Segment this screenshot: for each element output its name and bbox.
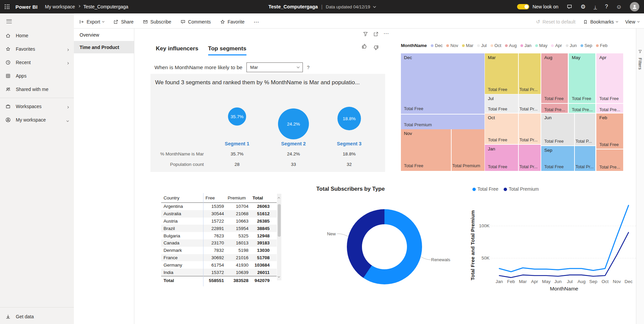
smiley-feedback-icon[interactable]: ☺ [616,4,622,10]
page-tab-time-and-product[interactable]: Time and Product [74,41,134,53]
treemap-cell-jul[interactable]: JulTotal FreeTotal Pr... [485,94,541,113]
feedback-icon[interactable] [566,4,572,10]
treemap-cell-nov[interactable]: NovTotal FreeTotal Premium [401,129,485,171]
cell-value: 5198 [225,248,249,253]
segment-name-1[interactable]: Segment 1 [217,141,257,146]
treemap-cell-feb[interactable]: FebTotal FreeTotal Pre... [596,113,623,171]
focus-mode-icon[interactable] [373,31,379,37]
view-button[interactable]: View [625,19,639,25]
more-options-button[interactable]: ⋯ [254,19,259,25]
cell-country: Austria [161,219,203,224]
table-row[interactable]: Australia305442106851612 [161,210,277,218]
legend-item-apr[interactable]: Apr [551,43,562,48]
bookmarks-button[interactable]: Bookmarks [583,19,618,25]
treemap-cell-dec[interactable]: DecTotal FreeTotal Premium [401,53,485,129]
table-row[interactable]: France306922101651708 [161,254,277,262]
column-header-free[interactable]: Free [203,195,225,200]
scrollbar-thumb[interactable] [278,204,281,237]
table-row[interactable]: Austria157221066326385 [161,218,277,225]
treemap-cell-jan[interactable]: JanTotal FreeTotal Pr... [485,145,541,171]
nav-collapse-button[interactable] [0,13,74,29]
segment-bubble-1[interactable]: 35.7% [228,107,246,126]
column-header-country[interactable]: Country [161,195,203,200]
tab-key-influencers[interactable]: Key influencers [156,45,198,55]
column-header-total[interactable]: Total [249,195,277,200]
sidebar-item-apps[interactable]: Apps [0,69,74,83]
legend-item-may[interactable]: May [535,43,548,48]
new-look-toggle[interactable] [517,4,529,9]
treemap-cell-divider [569,103,595,104]
legend-item-jun[interactable]: Jun [566,43,577,48]
help-icon[interactable]: ? [605,4,608,9]
sidebar-item-workspaces[interactable]: Workspaces [0,100,74,113]
line-legend-item[interactable]: Total Free [472,186,498,192]
column-header-premium[interactable]: Premium [225,195,249,200]
user-avatar[interactable] [630,2,639,11]
filters-expand-icon[interactable] [638,49,642,54]
table-row[interactable]: India153721063926011 [161,269,277,276]
sidebar-item-recent[interactable]: Recent [0,56,74,69]
legend-item-nov[interactable]: Nov [446,43,458,48]
legend-item-sep[interactable]: Sep [581,43,592,48]
waffle-menu-icon[interactable] [5,4,9,9]
get-data-button[interactable]: Get data [0,309,74,324]
treemap-cell-apr[interactable]: AprTotal FreeTotal Pre... [596,53,623,113]
treemap-cell-mar[interactable]: MarTotal FreeTotal Pr... [485,53,541,94]
table-row[interactable]: Argentina153591070426063 [161,203,277,210]
segment-bubble-3[interactable]: 18.8% [337,107,361,130]
segment-name-3[interactable]: Segment 3 [329,141,369,146]
segment-name-2[interactable]: Segment 2 [273,141,314,146]
tab-top-segments[interactable]: Top segments [208,45,246,55]
download-icon[interactable]: ↓ [594,4,597,9]
cell-value: 26011 [249,270,277,275]
page-tab-overview[interactable]: Overview [74,29,134,41]
cell-value: 7832 [203,248,225,253]
table-row[interactable]: Brazil228911595438845 [161,225,277,232]
filters-pane-label[interactable]: Filters [638,58,643,70]
sidebar-item-home[interactable]: Home [0,29,74,42]
legend-item-aug[interactable]: Aug [505,43,517,48]
treemap-cell-oct[interactable]: OctTotal FreeTotal Pr... [485,113,541,144]
treemap-cell-divider [596,149,623,149]
sidebar-item-label: Apps [16,73,27,79]
share-button[interactable]: Share [113,19,133,25]
breadcrumb-report[interactable]: Teste_Computergaga [83,4,128,9]
legend-item-jul[interactable]: Jul [477,43,487,48]
treemap-cell-sep[interactable]: SepTotal FreeTotal Pr... [541,146,595,171]
treemap-cell-may[interactable]: MayTotal FreeTotal Pre... [569,53,595,113]
legend-item-jan[interactable]: Jan [520,43,532,48]
help-question-mark[interactable]: ? [307,65,310,70]
reset-to-default-button[interactable]: ↺ Reset to default [536,19,576,25]
treemap-cell-aug[interactable]: AugTotal FreeTotal Pre... [541,53,568,113]
table-row[interactable]: Bulgaria7623532512948 [161,232,277,239]
line-chart-plot[interactable] [490,200,636,284]
legend-item-oct[interactable]: Oct [491,43,501,48]
legend-item-mar[interactable]: Mar [462,43,473,48]
cell-country: Germany [161,263,203,268]
table-scrollbar[interactable] [277,194,281,280]
treemap-cell-jun[interactable]: JunTotal FreeTotal P... [541,113,595,145]
sidebar-item-shared-with-me[interactable]: Shared with me [0,83,74,96]
line-legend-item[interactable]: Total Premium [504,186,539,192]
segment-bubble-2[interactable]: 24.2% [278,108,309,139]
settings-gear-icon[interactable]: ⚙ [581,4,586,10]
sidebar-item-favorites[interactable]: Favorites [0,42,74,56]
export-button[interactable]: Export [79,19,104,25]
legend-item-dec[interactable]: Dec [431,43,443,48]
legend-item-feb[interactable]: Feb [596,43,607,48]
sidebar-item-my-workspace[interactable]: My workspace [0,113,74,127]
favorite-button[interactable]: Favorite [220,19,245,25]
subscribe-button[interactable]: Subscribe [143,19,171,25]
comments-button[interactable]: Comments [180,19,211,25]
treemap-cell-month: Aug [544,55,552,60]
table-row[interactable]: Canada231701601339183 [161,239,277,247]
table-row[interactable]: Denmark7832519813030 [161,247,277,254]
thumbs-up-icon[interactable] [361,43,368,49]
breadcrumb-workspace[interactable]: My workspace [45,4,75,9]
month-dropdown[interactable]: Mar [246,62,303,72]
visual-more-options-icon[interactable]: ⋯ [383,30,389,37]
title-chevron-down-icon[interactable] [373,5,376,7]
thumbs-down-icon[interactable] [372,45,379,51]
filter-funnel-icon[interactable] [363,31,368,37]
table-row[interactable]: Germany6175441930103684 [161,261,277,269]
